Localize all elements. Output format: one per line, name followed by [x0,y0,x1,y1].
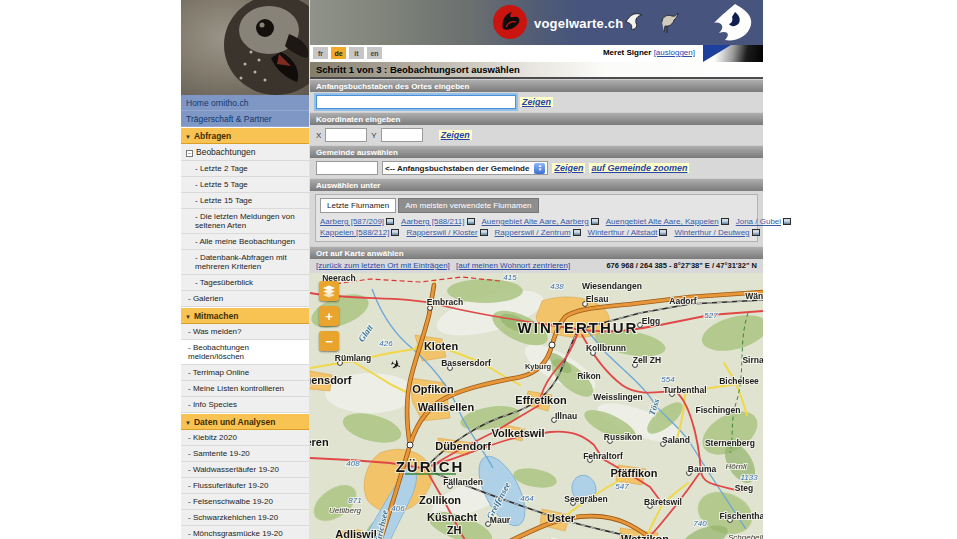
sidebar-item-letzte-2-tage[interactable]: - Letzte 2 Tage [181,161,309,177]
map-label: Weisslingen [593,392,642,402]
flurname-link[interactable]: Aarberg [588/211] [401,217,464,226]
user-name: Meret Signer [603,48,651,57]
map-thumbnail-icon[interactable] [573,229,581,236]
sidebar-item-kiebitz[interactable]: - Kiebitz 2020 [181,430,309,446]
flurname-link[interactable]: Winterthur / Altstadt [588,228,658,237]
show-gemeinde-button[interactable]: Zeigen [552,163,585,173]
flurname-link[interactable]: Rapperswil / Kloster [406,228,477,237]
sidebar-item-beobachtungen[interactable]: −Beobachtungen [181,144,309,161]
lang-tab-fr[interactable]: fr [313,47,328,59]
map-label: 426 [379,339,393,348]
sidebar-item-home[interactable]: Home ornitho.ch [181,95,309,111]
flurname-link[interactable]: Auengebiet Alte Aare, Aarberg [482,217,589,226]
section-choose-under: Auswählen unter [310,178,763,191]
sidebar-item-was-melden[interactable]: - Was melden? [181,324,309,340]
flurname-link[interactable]: Kappelen [588/212] [320,228,389,237]
sidebar-item-terrimap[interactable]: - Terrimap Online [181,365,309,381]
show-coordinates-button[interactable]: Zeigen [439,130,472,140]
map-label: Turbenthal [663,385,706,395]
map-label: 871 [348,496,361,505]
map-label: WINTERTHUR [518,319,639,336]
map-label: Rümlang [335,353,371,363]
sidebar-item-galerien[interactable]: - Galerien [181,291,309,307]
map-zoom-out-button[interactable]: − [319,331,339,351]
map-thumbnail-icon[interactable] [480,229,488,236]
map-thumbnail-icon[interactable] [721,218,729,225]
map-label: Volketswil [492,427,545,439]
banner-decoration [703,45,763,62]
map-thumbnail-icon[interactable] [591,218,599,225]
sidebar-item-samtente[interactable]: - Samtente 19-20 [181,446,309,462]
map-label: Wetzikon [621,533,669,539]
flying-bird-icon [622,8,648,38]
sidebar-item-alle-beobachtungen[interactable]: - Alle meine Beobachtungen [181,234,309,250]
map-thumbnail-icon[interactable] [391,229,399,236]
map-label: 554 [661,375,675,384]
collapse-icon[interactable]: − [186,150,193,157]
sidebar-item-tagesueberblick[interactable]: - Tagesüberblick [181,275,309,291]
sidebar-section-daten-analysen[interactable]: ▼Daten und Analysen [181,413,309,430]
map-thumbnail-icon[interactable] [752,229,760,236]
map-label: Wallisellen [418,401,475,413]
map-zoom-in-button[interactable]: + [319,306,339,326]
tab-meistverwendete-flurnamen[interactable]: Am meisten verwendete Flurnamen [398,198,538,213]
map-label: Schnebelh. [728,533,763,539]
flurname-link[interactable]: Winterthur / Deutweg [674,228,749,237]
sidebar-item-seltene-arten[interactable]: - Die letzten Meldungen von seltenen Art… [181,209,309,234]
sidebar-item-moenchsgrasmuecke[interactable]: - Mönchsgrasmücke 19-20 [181,526,309,539]
sidebar-item-schwarzkehlchen[interactable]: - Schwarzkehlchen 19-20 [181,510,309,526]
gemeinde-input[interactable] [316,161,378,175]
map-label: Hörnli [726,462,747,471]
header-banner: vogelwarte.ch [310,0,763,45]
map-label: Bassersdorf [441,358,491,368]
location-form: Anfangsbuchstaben des Ortes eingeben Zei… [310,79,763,273]
sidebar-item-letzte-5-tage[interactable]: - Letzte 5 Tage [181,177,309,193]
x-coordinate-input[interactable] [325,128,367,142]
place-initials-input[interactable] [316,95,516,109]
back-to-last-place-link[interactable]: [zurück zum letzten Ort mit Einträgen] [316,261,450,270]
center-home-link[interactable]: [auf meinen Wohnort zentrieren] [456,261,570,270]
sidebar-item-beobachtungen-melden[interactable]: - Beobachtungen melden/löschen [181,340,309,365]
map-thumbnail-icon[interactable] [659,229,667,236]
sidebar-section-abfragen[interactable]: ▼Abfragen [181,127,309,144]
topo-map[interactable]: ✈ Neerach415438WiesendangenWängiEmbrachE… [310,273,763,539]
lang-tab-de[interactable]: de [331,47,346,59]
cursor-coordinates: 676 968 / 264 385 - 8°27'38" E / 47°31'3… [606,261,757,270]
sidebar-item-info-species[interactable]: - Info Species [181,397,309,413]
flurname-link[interactable]: Jona / Gubel [736,217,781,226]
map-label: Effretikon [515,394,567,406]
tab-letzte-flurnamen[interactable]: Letzte Flurnamen [320,198,396,213]
map-label: Uster [547,512,576,524]
sidebar-item-traegerschaft[interactable]: Trägerschaft & Partner [181,111,309,127]
logout-link[interactable]: [ausloggen] [654,48,695,57]
flurname-link[interactable]: Aarberg [587/209] [320,217,384,226]
sidebar-item-waldwasserlaeufer[interactable]: - Waldwasserläufer 19-20 [181,462,309,478]
zoom-gemeinde-button[interactable]: auf Gemeinde zoomen [589,163,689,173]
map-label: Adliswil [335,528,377,539]
map-thumbnail-icon[interactable] [386,218,394,225]
show-place-button[interactable]: Zeigen [520,97,553,107]
y-coordinate-input[interactable] [381,128,423,142]
lang-tab-en[interactable]: en [367,47,382,59]
sidebar-item-datenbank-abfragen[interactable]: - Datenbank-Abfragen mit mehreren Kriter… [181,250,309,275]
map-thumbnail-icon[interactable] [467,218,475,225]
flurname-link[interactable]: Rapperswil / Zentrum [495,228,571,237]
map-label: 408 [346,459,360,468]
map-label: 438 [550,282,564,291]
vogelwarte-logo-icon[interactable] [493,5,527,39]
brand-title[interactable]: vogelwarte.ch [534,16,623,31]
sidebar-item-letzte-15-tage[interactable]: - Letzte 15 Tage [181,193,309,209]
sidebar-falcon-photo [181,0,309,95]
gemeinde-select[interactable]: <-- Anfangsbuchstaben der Gemeinde ▲▼ [382,161,548,175]
sidebar-item-felsenschwalbe[interactable]: - Felsenschwalbe 19-20 [181,494,309,510]
map-label: 464 [520,494,534,503]
lang-tab-it[interactable]: it [349,47,364,59]
sidebar-section-mitmachen[interactable]: ▼Mitmachen [181,307,309,324]
section-map-select: Ort auf Karte anwählen [310,246,763,259]
map-layers-button[interactable] [319,281,339,301]
sidebar-item-flussuferlaeufer[interactable]: - Flussuferläufer 19-20 [181,478,309,494]
flurname-link[interactable]: Auengebiet Alte Aare, Kappelen [606,217,719,226]
sidebar-item-listen-kontrollieren[interactable]: - Meine Listen kontrollieren [181,381,309,397]
map-label: Elsau [586,294,609,304]
map-thumbnail-icon[interactable] [783,218,791,225]
